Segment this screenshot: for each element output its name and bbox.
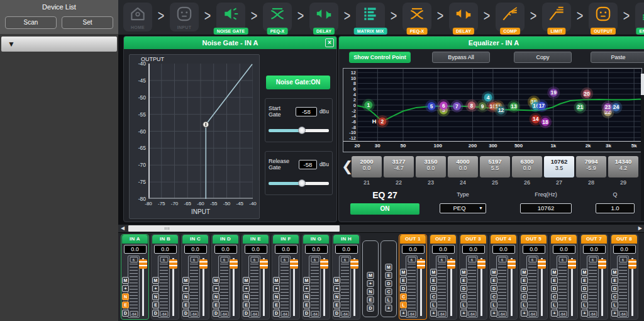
band-on-button[interactable]: ON xyxy=(350,203,419,215)
channel-M-button[interactable]: M xyxy=(213,277,219,284)
q-input[interactable]: 1.0 xyxy=(596,203,635,213)
channel-D-button[interactable]: D xyxy=(182,310,189,317)
channel-N-button[interactable]: N xyxy=(333,293,340,300)
channel-label[interactable]: OUT 5 xyxy=(521,235,547,244)
eq-point-19[interactable]: 19 xyxy=(547,86,560,99)
channel-strip-out-8[interactable]: OUT 80.06-64MEDCL+ xyxy=(610,234,638,320)
fader-handle[interactable] xyxy=(508,259,516,269)
channel-+-button[interactable]: + xyxy=(122,285,129,292)
channel-E-button[interactable]: E xyxy=(386,272,392,279)
channel-label[interactable]: OUT 2 xyxy=(430,235,456,244)
channel-label[interactable]: IN A xyxy=(122,235,148,244)
channel-L-button[interactable]: L xyxy=(400,301,407,308)
channel-+-button[interactable]: + xyxy=(430,310,437,317)
slider-track-filled[interactable] xyxy=(269,182,302,185)
channel-label[interactable]: OUT 3 xyxy=(460,235,486,244)
channel-E-button[interactable]: E xyxy=(303,301,310,308)
slider-track-filled[interactable] xyxy=(269,129,302,132)
fader-handle[interactable] xyxy=(477,259,486,269)
channel-M-button[interactable]: M xyxy=(182,277,189,284)
eq-point-13[interactable]: 13 xyxy=(508,100,520,113)
noise-gate-plot[interactable] xyxy=(148,64,253,201)
channel-M-button[interactable]: M xyxy=(611,269,618,276)
channel-gain-value[interactable]: 0.0 xyxy=(124,245,147,254)
close-icon[interactable]: × xyxy=(325,38,334,47)
eq-point-6[interactable]: 6 xyxy=(437,99,450,112)
channel-C-button[interactable]: C xyxy=(400,293,407,300)
slider-track[interactable] xyxy=(302,182,329,185)
channel-+-button[interactable]: + xyxy=(333,285,340,292)
channel-E-button[interactable]: E xyxy=(581,277,588,284)
band-cell-28[interactable]: 7994-5.928 xyxy=(576,156,606,186)
fader-handle[interactable] xyxy=(598,259,606,269)
channel-M-button[interactable]: M xyxy=(152,277,159,284)
channel-strip-in-h[interactable]: IN H0.06-64M+NED xyxy=(332,234,360,320)
channel-gain-value[interactable]: 0.0 xyxy=(613,245,636,254)
channel-D-button[interactable]: D xyxy=(213,310,219,317)
channel-E-button[interactable]: E xyxy=(243,301,250,308)
toolbar-item-limit[interactable]: LIMIT xyxy=(542,3,571,31)
channel-N-button[interactable]: N xyxy=(367,288,374,295)
channel-M-button[interactable]: M xyxy=(521,269,528,276)
channel-C-button[interactable]: C xyxy=(386,288,392,295)
channel-D-button[interactable]: D xyxy=(367,305,374,312)
band-cell-24[interactable]: 40000.024 xyxy=(448,156,478,186)
eq-point-24[interactable]: 24 xyxy=(610,101,623,113)
channel-gain-value[interactable]: 0.0 xyxy=(523,245,545,254)
channel-N-button[interactable]: N xyxy=(273,293,280,300)
channel-+-button[interactable]: + xyxy=(273,285,280,292)
eq-point-8[interactable]: 8 xyxy=(465,99,478,112)
channel-M-button[interactable]: M xyxy=(273,277,280,284)
channel-M-button[interactable]: M xyxy=(430,269,437,276)
equalizer-plot[interactable]: 1H23456789101112131415161718192021222324 xyxy=(357,69,641,141)
channel-N-button[interactable]: N xyxy=(213,293,219,300)
noise-gate-on-button[interactable]: Noise Gate:ON xyxy=(266,76,330,89)
channel-M-button[interactable]: M xyxy=(333,277,340,284)
show-control-point-button[interactable]: Show Control Point xyxy=(349,52,411,63)
band-cell-22[interactable]: 3177-4.722 xyxy=(384,156,414,186)
eq-point-7[interactable]: 7 xyxy=(450,100,463,113)
band-cell-25[interactable]: 51975.525 xyxy=(480,156,510,186)
channel-M-button[interactable]: M xyxy=(303,277,310,284)
fader-handle[interactable] xyxy=(538,259,546,269)
band-cell-26[interactable]: 63000.026 xyxy=(512,156,542,186)
set-button[interactable]: Set xyxy=(62,16,113,29)
channel-E-button[interactable]: E xyxy=(333,301,340,308)
band-cell-21[interactable]: 20000.021 xyxy=(352,156,382,186)
channel-strip-in-d[interactable]: IN D0.06-64M+NED xyxy=(211,234,240,320)
channel-strip-out-6[interactable]: OUT 60.06-64MEDCL+ xyxy=(550,234,578,320)
toolbar-item-output[interactable]: OUTPUT xyxy=(589,3,618,31)
fader-handle[interactable] xyxy=(568,259,576,269)
channel-L-button[interactable]: L xyxy=(521,301,528,308)
channel-strip-out-2[interactable]: OUT 20.06-64MEDCL+ xyxy=(429,234,457,320)
toolbar-item-matrix-mix[interactable]: MATRIX MIX xyxy=(356,3,385,31)
channel-gain-value[interactable]: 0.0 xyxy=(583,245,606,254)
eq-point-20[interactable]: 20 xyxy=(580,87,593,100)
channel-gain-value[interactable]: 0.0 xyxy=(305,245,328,254)
channel-M-button[interactable]: M xyxy=(460,269,467,276)
paste-button[interactable]: Paste xyxy=(591,52,644,63)
fader-handle[interactable] xyxy=(447,259,455,269)
channel-L-button[interactable]: L xyxy=(460,301,467,308)
channel-D-button[interactable]: D xyxy=(460,285,467,292)
toolbar-item-input[interactable]: INPUT xyxy=(170,3,199,31)
channel-label[interactable]: IN C xyxy=(182,235,208,244)
channel-L-button[interactable]: L xyxy=(491,301,497,308)
slider-track[interactable] xyxy=(302,129,329,132)
channel-L-button[interactable]: L xyxy=(430,301,437,308)
channel-M-button[interactable]: M xyxy=(243,277,250,284)
channel-+-button[interactable]: + xyxy=(152,285,159,292)
mixer-scrollbar-thumb[interactable] xyxy=(128,225,340,232)
channel-L-button[interactable]: L xyxy=(581,301,588,308)
toolbar-item-comp[interactable]: COMP xyxy=(496,3,525,31)
eq-point-17[interactable]: 17 xyxy=(535,99,548,112)
eq-point-5[interactable]: 5 xyxy=(425,100,438,113)
channel-N-button[interactable]: N xyxy=(122,293,129,300)
channel-M-button[interactable]: M xyxy=(386,264,392,271)
channel-E-button[interactable]: E xyxy=(122,301,129,308)
channel-E-button[interactable]: E xyxy=(152,301,159,308)
channel-strip-out-5[interactable]: OUT 50.06-64MEDCL+ xyxy=(519,234,548,320)
start-gate-slider[interactable] xyxy=(269,127,329,134)
toolbar-item-noise-gate[interactable]: NOISE GATE xyxy=(216,3,245,31)
band-cell-29[interactable]: 143404.229 xyxy=(608,156,638,186)
